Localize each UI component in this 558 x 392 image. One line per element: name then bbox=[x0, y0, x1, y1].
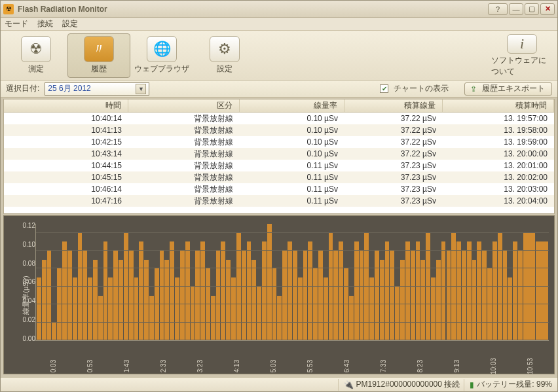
cell-cls: 背景放射線 bbox=[128, 113, 240, 124]
cell-rate: 0.10 µSv bbox=[240, 137, 344, 147]
gear-icon: ⚙ bbox=[210, 36, 240, 62]
help-button[interactable]: ? bbox=[488, 3, 508, 15]
info-icon: i bbox=[507, 34, 537, 54]
cell-cls: 背景放射線 bbox=[128, 196, 240, 207]
window-title: Flash Radiation Monitor bbox=[18, 5, 484, 14]
cell-cum: 37.22 µSv bbox=[344, 149, 443, 158]
battery-icon: ▮ bbox=[470, 380, 474, 389]
subbar: 選択日付: 25 6月 2012 ▼ ✔ チャートの表示 ⇪ 履歴エキスポート bbox=[1, 80, 557, 98]
cell-ctime: 13. 20:00:00 bbox=[443, 149, 554, 158]
status-device-text: PM1912#000000000000 接続 bbox=[356, 379, 460, 390]
table-row[interactable]: 10:42:15背景放射線0.10 µSv37.22 µSv13. 19:59:… bbox=[4, 136, 554, 148]
main: 時間 区分 線量率 積算線量 積算時間 10:40:14背景放射線0.10 µS… bbox=[1, 98, 557, 377]
tool-measure-label: 測定 bbox=[28, 63, 44, 75]
th-time[interactable]: 時間 bbox=[4, 99, 128, 112]
th-ctime[interactable]: 積算時間 bbox=[443, 99, 554, 112]
status-battery: ▮ バッテリー残量: 99% bbox=[464, 379, 552, 391]
cell-rate: 0.10 µSv bbox=[240, 126, 344, 135]
cell-cum: 37.23 µSv bbox=[344, 161, 443, 170]
cell-time: 10:44:15 bbox=[4, 161, 128, 170]
table-row[interactable]: 10:45:15背景放射線0.11 µSv37.23 µSv13. 20:02:… bbox=[4, 171, 554, 183]
table-row[interactable]: 10:41:13背景放射線0.10 µSv37.22 µSv13. 19:58:… bbox=[4, 124, 554, 136]
cell-rate: 0.10 µSv bbox=[240, 149, 344, 158]
maximize-button[interactable]: ▢ bbox=[525, 3, 539, 15]
chart-xaxis: 0:030:531:432:333:234:135:035:536:437:33… bbox=[35, 353, 549, 370]
cell-cls: 背景放射線 bbox=[128, 184, 240, 195]
history-table: 時間 区分 線量率 積算線量 積算時間 10:40:14背景放射線0.10 µS… bbox=[3, 99, 555, 214]
th-class[interactable]: 区分 bbox=[128, 99, 240, 112]
tool-about-label: ソフトウェアについて bbox=[491, 55, 553, 77]
cell-ctime: 13. 20:03:00 bbox=[443, 185, 554, 194]
cell-rate: 0.11 µSv bbox=[240, 173, 344, 182]
status-battery-text: バッテリー残量: 99% bbox=[477, 379, 552, 390]
menubar: モード 接続 設定 bbox=[1, 18, 557, 31]
radiation-icon: ☢ bbox=[21, 36, 51, 62]
cell-rate: 0.11 µSv bbox=[240, 185, 344, 194]
cell-cum: 37.22 µSv bbox=[344, 114, 443, 123]
tool-settings[interactable]: ⚙ 設定 bbox=[193, 33, 256, 78]
export-icon: ⇪ bbox=[469, 84, 478, 94]
cell-cum: 37.23 µSv bbox=[344, 196, 443, 205]
cell-rate: 0.11 µSv bbox=[240, 196, 344, 205]
th-rate[interactable]: 線量率 bbox=[240, 99, 344, 112]
date-value: 25 6月 2012 bbox=[48, 83, 90, 94]
export-button[interactable]: ⇪ 履歴エキスポート bbox=[464, 82, 552, 96]
cell-time: 10:43:14 bbox=[4, 149, 128, 158]
cell-ctime: 13. 19:57:00 bbox=[443, 114, 554, 123]
menu-connect[interactable]: 接続 bbox=[37, 18, 53, 29]
export-label: 履歴エキスポート bbox=[482, 83, 545, 94]
statusbar: 🔌 PM1912#000000000000 接続 ▮ バッテリー残量: 99% bbox=[1, 377, 557, 391]
tool-browser[interactable]: 🌐 ウェブブラウザ bbox=[130, 33, 193, 78]
titlebar: ☢ Flash Radiation Monitor ? — ▢ ✕ bbox=[1, 1, 557, 18]
cell-cls: 背景放射線 bbox=[128, 149, 240, 160]
cell-time: 10:46:14 bbox=[4, 185, 128, 194]
cell-cum: 37.22 µSv bbox=[344, 137, 443, 147]
dose-chart: 線量率(µSv) 0.120.100.080.060.040.020.00 0:… bbox=[3, 215, 555, 374]
menu-mode[interactable]: モード bbox=[5, 18, 28, 29]
cell-cls: 背景放射線 bbox=[128, 172, 240, 183]
plug-icon: 🔌 bbox=[344, 380, 354, 389]
cell-cls: 背景放射線 bbox=[128, 137, 240, 148]
cell-ctime: 13. 19:59:00 bbox=[443, 137, 554, 147]
cell-time: 10:45:15 bbox=[4, 173, 128, 182]
cell-ctime: 13. 19:58:00 bbox=[443, 126, 554, 135]
chevron-down-icon: ▼ bbox=[136, 84, 146, 94]
table-row[interactable]: 10:44:15背景放射線0.11 µSv37.23 µSv13. 20:01:… bbox=[4, 160, 554, 171]
date-label: 選択日付: bbox=[6, 83, 39, 94]
table-row[interactable]: 10:46:14背景放射線0.11 µSv37.23 µSv13. 20:03:… bbox=[4, 183, 554, 195]
cell-cum: 37.22 µSv bbox=[344, 126, 443, 135]
menu-settings[interactable]: 設定 bbox=[62, 18, 78, 29]
table-header: 時間 区分 線量率 積算線量 積算時間 bbox=[4, 99, 554, 113]
show-chart-checkbox[interactable]: ✔ bbox=[380, 84, 388, 93]
tool-settings-label: 設定 bbox=[217, 63, 232, 75]
tool-history-label: 履歴 bbox=[91, 63, 107, 75]
chart-plot bbox=[35, 224, 549, 341]
cell-ctime: 13. 20:02:00 bbox=[443, 173, 554, 182]
cell-time: 10:42:15 bbox=[4, 137, 128, 147]
cell-rate: 0.11 µSv bbox=[240, 161, 344, 170]
cell-rate: 0.10 µSv bbox=[240, 114, 344, 123]
table-row[interactable]: 10:40:14背景放射線0.10 µSv37.22 µSv13. 19:57:… bbox=[4, 113, 554, 124]
tool-measure[interactable]: ☢ 測定 bbox=[5, 33, 67, 78]
app-icon: ☢ bbox=[3, 4, 14, 14]
chart-yaxis: 0.120.100.080.060.040.020.00 bbox=[17, 222, 35, 342]
tool-history[interactable]: 〃 履歴 bbox=[67, 33, 130, 78]
minimize-button[interactable]: — bbox=[509, 3, 523, 15]
cell-cum: 37.23 µSv bbox=[344, 185, 443, 194]
history-icon: 〃 bbox=[84, 36, 114, 62]
cell-cls: 背景放射線 bbox=[128, 160, 240, 171]
cell-ctime: 13. 20:04:00 bbox=[443, 196, 554, 205]
date-picker[interactable]: 25 6月 2012 ▼ bbox=[45, 82, 149, 96]
cell-ctime: 13. 20:01:00 bbox=[443, 161, 554, 170]
cell-cls: 背景放射線 bbox=[128, 125, 240, 136]
cell-time: 10:40:14 bbox=[4, 114, 128, 123]
toolbar: ☢ 測定 〃 履歴 🌐 ウェブブラウザ ⚙ 設定 i ソフトウェアについて bbox=[1, 31, 557, 80]
table-row[interactable]: 10:47:16背景放射線0.11 µSv37.23 µSv13. 20:04:… bbox=[4, 195, 554, 207]
globe-icon: 🌐 bbox=[147, 36, 177, 62]
table-body[interactable]: 10:40:14背景放射線0.10 µSv37.22 µSv13. 19:57:… bbox=[4, 113, 554, 213]
tool-browser-label: ウェブブラウザ bbox=[134, 63, 189, 75]
th-cum[interactable]: 積算線量 bbox=[344, 99, 443, 112]
tool-about[interactable]: i ソフトウェアについて bbox=[491, 33, 553, 78]
close-button[interactable]: ✕ bbox=[540, 3, 555, 15]
table-row[interactable]: 10:43:14背景放射線0.10 µSv37.22 µSv13. 20:00:… bbox=[4, 148, 554, 160]
